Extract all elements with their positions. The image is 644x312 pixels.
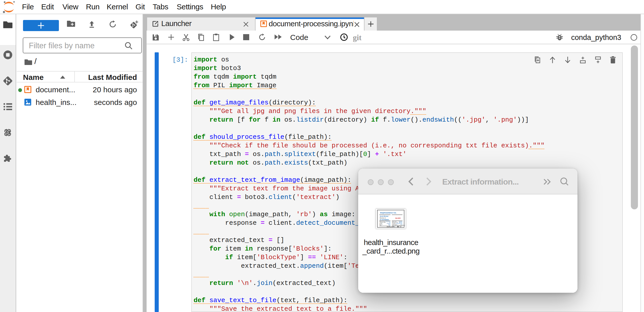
svg-text:850: 850 [389,225,390,226]
svg-text:AnyInsurance Co.: AnyInsurance Co. [380,212,397,214]
svg-text:Member id: Member id [380,217,386,219]
svg-text:30%: 30% [400,224,402,225]
svg-text:Plan: Plan [380,225,381,226]
svg-text:Ded, Coins and Oy Time Apply: Ded, Coins and Oy Time Apply [392,225,405,226]
svg-text:SILVER: SILVER [395,217,401,219]
svg-text:XC 9147589652: XC 9147589652 [380,219,389,220]
svg-text:AnyPlan K-EPO: AnyPlan K-EPO [387,226,395,227]
svg-text:Jacob Michael: Jacob Michael [380,215,388,217]
